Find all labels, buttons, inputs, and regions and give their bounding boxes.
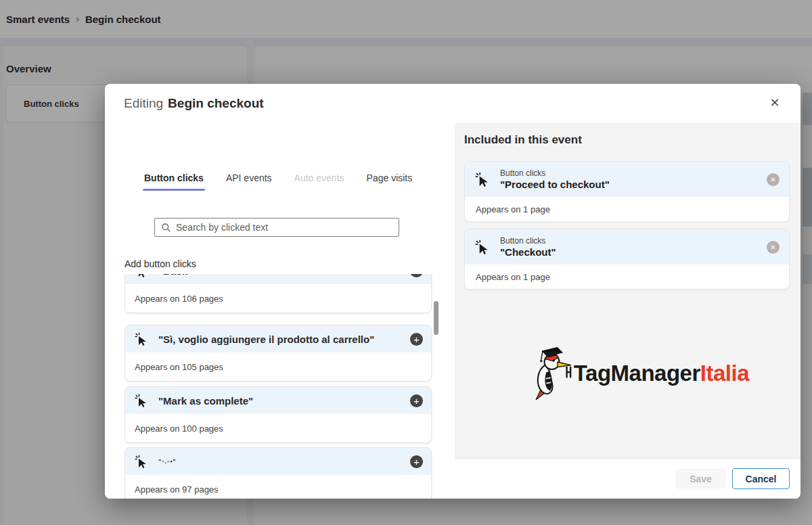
add-button-clicks-list: "Back" + Appears on 106 pages "Sì, vogli… xyxy=(125,274,438,499)
modal-tabs: Button clicks API events Auto events Pag… xyxy=(144,173,434,191)
click-icon xyxy=(474,239,489,254)
edit-event-modal: Editing Begin checkout ✕ Button clicks A… xyxy=(105,84,800,499)
included-item-proceed-to-checkout: Button clicks "Proceed to checkout" ✕ Ap… xyxy=(464,161,790,222)
add-item-glyphs[interactable]: "▫.▫▪" + Appears on 97 pages xyxy=(125,447,432,499)
add-plus-icon[interactable]: + xyxy=(410,455,423,468)
tab-button-clicks[interactable]: Button clicks xyxy=(144,173,204,191)
click-icon xyxy=(134,455,148,468)
list-scrollbar-thumb[interactable] xyxy=(434,301,438,335)
search-icon xyxy=(161,223,171,233)
close-icon[interactable]: ✕ xyxy=(765,93,784,112)
add-plus-icon[interactable]: + xyxy=(410,394,423,407)
add-list-label: Add button clicks xyxy=(125,258,196,269)
tagmanageritalia-logo: TagManagerItalia xyxy=(526,338,749,409)
screen: Smart events › Begin checkout Overview B… xyxy=(0,0,812,525)
add-item-si-voglio[interactable]: "Sì, voglio aggiungere il prodotto al ca… xyxy=(125,325,432,382)
modal-body: Button clicks API events Auto events Pag… xyxy=(105,122,800,499)
add-item-mark-as-complete[interactable]: "Mark as complete" + Appears on 100 page… xyxy=(125,386,432,443)
woodpecker-logo-icon xyxy=(526,338,572,409)
click-icon xyxy=(134,332,148,346)
tab-auto-events: Auto events xyxy=(294,173,344,191)
remove-icon[interactable]: ✕ xyxy=(767,241,780,254)
active-tab-underline xyxy=(143,189,205,191)
tab-page-visits[interactable]: Page visits xyxy=(367,173,413,191)
included-item-checkout: Button clicks "Checkout" ✕ Appears on 1 … xyxy=(464,229,790,290)
click-icon xyxy=(134,274,148,277)
included-column: Included in this event Button clicks "Pr… xyxy=(455,122,800,499)
event-source-column: Button clicks API events Auto events Pag… xyxy=(105,122,455,499)
cancel-button[interactable]: Cancel xyxy=(732,468,790,489)
search-input[interactable] xyxy=(176,222,399,233)
add-plus-icon[interactable]: + xyxy=(410,333,423,346)
logo-wordmark: TagManagerItalia xyxy=(574,361,749,386)
add-item-back[interactable]: "Back" + Appears on 106 pages xyxy=(125,274,432,313)
save-button[interactable]: Save xyxy=(676,469,725,488)
modal-header: Editing Begin checkout ✕ xyxy=(105,84,800,122)
modal-title: Begin checkout xyxy=(168,96,263,111)
modal-footer: Save Cancel xyxy=(455,458,800,499)
search-box xyxy=(154,218,399,237)
modal-title-prefix: Editing xyxy=(124,96,163,111)
click-icon xyxy=(134,394,148,407)
click-icon xyxy=(474,172,489,187)
remove-icon[interactable]: ✕ xyxy=(767,173,780,186)
add-plus-icon[interactable]: + xyxy=(410,274,423,277)
included-title: Included in this event xyxy=(464,133,582,147)
tab-api-events[interactable]: API events xyxy=(226,173,272,191)
